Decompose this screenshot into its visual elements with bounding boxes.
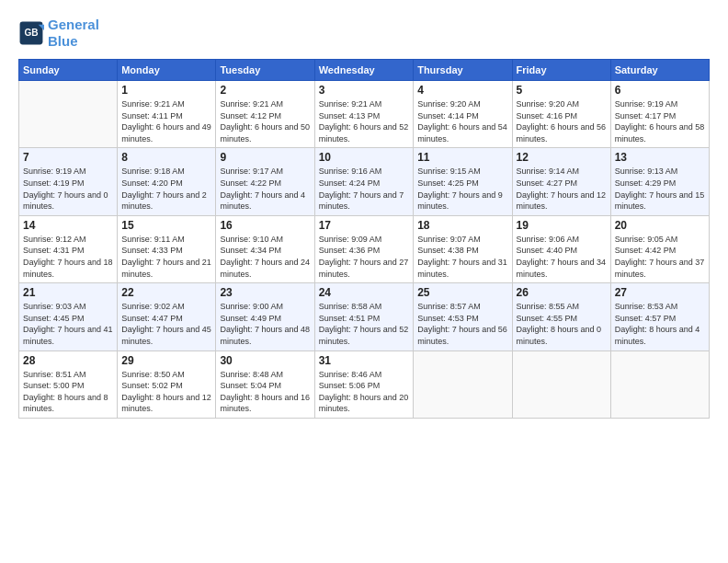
day-info: Sunrise: 8:51 AMSunset: 5:00 PMDaylight:… (23, 369, 113, 415)
day-number: 8 (121, 151, 211, 164)
calendar-cell: 17Sunrise: 9:09 AMSunset: 4:36 PMDayligh… (314, 215, 413, 282)
day-number: 5 (517, 84, 607, 97)
day-info: Sunrise: 8:50 AMSunset: 5:02 PMDaylight:… (121, 369, 211, 415)
day-number: 28 (23, 354, 113, 367)
logo-icon: GB (18, 20, 44, 46)
weekday-header-tuesday: Tuesday (216, 60, 314, 81)
calendar-cell: 27Sunrise: 8:53 AMSunset: 4:57 PMDayligh… (610, 283, 709, 350)
day-number: 3 (319, 84, 409, 97)
day-info: Sunrise: 8:53 AMSunset: 4:57 PMDaylight:… (615, 301, 705, 347)
day-info: Sunrise: 8:58 AMSunset: 4:51 PMDaylight:… (319, 301, 409, 347)
calendar-cell: 26Sunrise: 8:55 AMSunset: 4:55 PMDayligh… (512, 283, 610, 350)
day-number: 27 (615, 286, 705, 299)
calendar-cell: 23Sunrise: 9:00 AMSunset: 4:49 PMDayligh… (216, 283, 314, 350)
day-info: Sunrise: 9:21 AMSunset: 4:11 PMDaylight:… (121, 98, 211, 144)
day-number: 25 (417, 286, 507, 299)
day-number: 19 (517, 219, 607, 232)
day-info: Sunrise: 9:00 AMSunset: 4:49 PMDaylight:… (220, 301, 310, 347)
day-info: Sunrise: 9:06 AMSunset: 4:40 PMDaylight:… (517, 234, 607, 280)
day-info: Sunrise: 9:21 AMSunset: 4:13 PMDaylight:… (319, 98, 409, 144)
day-number: 14 (23, 219, 113, 232)
logo-text: GeneralBlue (48, 17, 99, 50)
day-number: 31 (319, 354, 409, 367)
day-info: Sunrise: 9:10 AMSunset: 4:34 PMDaylight:… (220, 234, 310, 280)
day-info: Sunrise: 9:07 AMSunset: 4:38 PMDaylight:… (417, 234, 507, 280)
calendar-cell: 20Sunrise: 9:05 AMSunset: 4:42 PMDayligh… (610, 215, 709, 282)
day-number: 1 (121, 84, 211, 97)
day-number: 2 (220, 84, 310, 97)
day-info: Sunrise: 9:18 AMSunset: 4:20 PMDaylight:… (121, 166, 211, 212)
calendar-cell: 9Sunrise: 9:17 AMSunset: 4:22 PMDaylight… (216, 148, 314, 215)
day-info: Sunrise: 9:21 AMSunset: 4:12 PMDaylight:… (220, 98, 310, 144)
day-number: 15 (121, 219, 211, 232)
day-info: Sunrise: 9:05 AMSunset: 4:42 PMDaylight:… (615, 234, 705, 280)
day-info: Sunrise: 9:19 AMSunset: 4:17 PMDaylight:… (615, 98, 705, 144)
calendar-cell: 31Sunrise: 8:46 AMSunset: 5:06 PMDayligh… (314, 350, 413, 418)
day-number: 7 (23, 151, 113, 164)
day-number: 24 (319, 286, 409, 299)
calendar-cell (512, 350, 610, 418)
calendar-cell: 4Sunrise: 9:20 AMSunset: 4:14 PMDaylight… (414, 81, 512, 148)
calendar-cell: 19Sunrise: 9:06 AMSunset: 4:40 PMDayligh… (512, 215, 610, 282)
calendar-cell: 8Sunrise: 9:18 AMSunset: 4:20 PMDaylight… (118, 148, 216, 215)
weekday-header-thursday: Thursday (414, 60, 512, 81)
calendar-cell: 16Sunrise: 9:10 AMSunset: 4:34 PMDayligh… (216, 215, 314, 282)
day-number: 11 (417, 151, 507, 164)
logo: GB GeneralBlue (18, 17, 99, 50)
day-number: 6 (615, 84, 705, 97)
day-number: 10 (319, 151, 409, 164)
day-number: 13 (615, 151, 705, 164)
day-number: 16 (220, 219, 310, 232)
calendar-cell: 5Sunrise: 9:20 AMSunset: 4:16 PMDaylight… (512, 81, 610, 148)
calendar-cell: 29Sunrise: 8:50 AMSunset: 5:02 PMDayligh… (118, 350, 216, 418)
calendar-cell: 18Sunrise: 9:07 AMSunset: 4:38 PMDayligh… (414, 215, 512, 282)
svg-text:GB: GB (24, 28, 38, 38)
weekday-header-monday: Monday (118, 60, 216, 81)
day-number: 12 (517, 151, 607, 164)
day-info: Sunrise: 8:55 AMSunset: 4:55 PMDaylight:… (517, 301, 607, 347)
calendar-cell: 3Sunrise: 9:21 AMSunset: 4:13 PMDaylight… (314, 81, 413, 148)
calendar-cell (610, 350, 709, 418)
calendar-cell: 10Sunrise: 9:16 AMSunset: 4:24 PMDayligh… (314, 148, 413, 215)
day-info: Sunrise: 9:17 AMSunset: 4:22 PMDaylight:… (220, 166, 310, 212)
day-info: Sunrise: 9:09 AMSunset: 4:36 PMDaylight:… (319, 234, 409, 280)
weekday-header-sunday: Sunday (19, 60, 118, 81)
calendar-cell: 30Sunrise: 8:48 AMSunset: 5:04 PMDayligh… (216, 350, 314, 418)
day-info: Sunrise: 9:16 AMSunset: 4:24 PMDaylight:… (319, 166, 409, 212)
calendar-cell: 7Sunrise: 9:19 AMSunset: 4:19 PMDaylight… (19, 148, 118, 215)
day-number: 21 (23, 286, 113, 299)
calendar-cell: 2Sunrise: 9:21 AMSunset: 4:12 PMDaylight… (216, 81, 314, 148)
day-info: Sunrise: 9:19 AMSunset: 4:19 PMDaylight:… (23, 166, 113, 212)
day-number: 22 (121, 286, 211, 299)
calendar-cell: 28Sunrise: 8:51 AMSunset: 5:00 PMDayligh… (19, 350, 118, 418)
calendar-cell: 24Sunrise: 8:58 AMSunset: 4:51 PMDayligh… (314, 283, 413, 350)
day-info: Sunrise: 9:02 AMSunset: 4:47 PMDaylight:… (121, 301, 211, 347)
weekday-header-friday: Friday (512, 60, 610, 81)
day-number: 29 (121, 354, 211, 367)
day-number: 17 (319, 219, 409, 232)
day-info: Sunrise: 9:11 AMSunset: 4:33 PMDaylight:… (121, 234, 211, 280)
calendar-cell: 6Sunrise: 9:19 AMSunset: 4:17 PMDaylight… (610, 81, 709, 148)
calendar-cell: 12Sunrise: 9:14 AMSunset: 4:27 PMDayligh… (512, 148, 610, 215)
calendar-cell: 22Sunrise: 9:02 AMSunset: 4:47 PMDayligh… (118, 283, 216, 350)
day-info: Sunrise: 9:14 AMSunset: 4:27 PMDaylight:… (517, 166, 607, 212)
day-info: Sunrise: 9:15 AMSunset: 4:25 PMDaylight:… (417, 166, 507, 212)
day-number: 18 (417, 219, 507, 232)
calendar-cell: 1Sunrise: 9:21 AMSunset: 4:11 PMDaylight… (118, 81, 216, 148)
day-info: Sunrise: 8:57 AMSunset: 4:53 PMDaylight:… (417, 301, 507, 347)
calendar-cell (414, 350, 512, 418)
weekday-header-saturday: Saturday (610, 60, 709, 81)
calendar-cell: 15Sunrise: 9:11 AMSunset: 4:33 PMDayligh… (118, 215, 216, 282)
day-number: 23 (220, 286, 310, 299)
day-info: Sunrise: 8:46 AMSunset: 5:06 PMDaylight:… (319, 369, 409, 415)
day-info: Sunrise: 9:20 AMSunset: 4:14 PMDaylight:… (417, 98, 507, 144)
day-info: Sunrise: 9:13 AMSunset: 4:29 PMDaylight:… (615, 166, 705, 212)
day-info: Sunrise: 9:12 AMSunset: 4:31 PMDaylight:… (23, 234, 113, 280)
day-number: 26 (517, 286, 607, 299)
weekday-header-wednesday: Wednesday (314, 60, 413, 81)
calendar-cell: 25Sunrise: 8:57 AMSunset: 4:53 PMDayligh… (414, 283, 512, 350)
calendar-cell: 11Sunrise: 9:15 AMSunset: 4:25 PMDayligh… (414, 148, 512, 215)
calendar-cell: 14Sunrise: 9:12 AMSunset: 4:31 PMDayligh… (19, 215, 118, 282)
day-number: 20 (615, 219, 705, 232)
calendar-cell: 13Sunrise: 9:13 AMSunset: 4:29 PMDayligh… (610, 148, 709, 215)
